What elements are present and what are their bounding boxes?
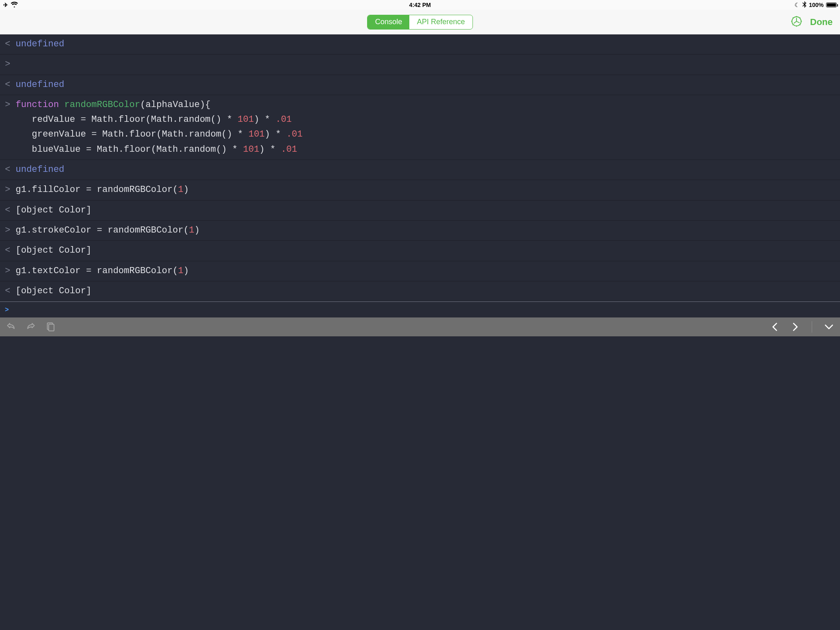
console-output-line: <[object Color] xyxy=(0,241,840,261)
console-input-line: >g1.strokeColor = randomRGBColor(1) xyxy=(0,221,840,241)
airplane-icon: ✈ xyxy=(3,2,8,8)
console-input-line: >g1.fillColor = randomRGBColor(1) xyxy=(0,180,840,200)
console-output-line: <undefined xyxy=(0,75,840,95)
mode-segmented: Console API Reference xyxy=(367,15,472,30)
tab-api-reference[interactable]: API Reference xyxy=(409,15,472,29)
console-output-line: <undefined xyxy=(0,34,840,55)
tab-console[interactable]: Console xyxy=(368,15,409,29)
console-output-line: <undefined xyxy=(0,160,840,180)
redo-button[interactable] xyxy=(25,322,36,332)
toolbar: Console API Reference Done xyxy=(0,10,840,34)
wifi-icon xyxy=(11,2,18,9)
prompt-arrow: > xyxy=(5,306,16,313)
moon-icon: ☾ xyxy=(794,2,800,8)
status-bar: ✈ 4:42 PM ☾ 100% xyxy=(0,0,840,10)
gear-icon[interactable] xyxy=(790,15,803,29)
console-input-line: > xyxy=(0,55,840,75)
dismiss-keyboard-button[interactable] xyxy=(824,322,834,332)
svg-rect-2 xyxy=(49,324,54,331)
console[interactable]: <undefined><undefined>function randomRGB… xyxy=(0,34,840,301)
console-input-row: > xyxy=(0,301,840,317)
console-output-line: <[object Color] xyxy=(0,281,840,301)
history-prev-button[interactable] xyxy=(770,322,781,332)
battery-icon xyxy=(826,2,837,7)
done-button[interactable]: Done xyxy=(810,17,833,27)
battery-percent: 100% xyxy=(809,2,824,8)
console-input[interactable] xyxy=(16,306,835,313)
bluetooth-icon xyxy=(802,1,806,9)
console-output-line: <[object Color] xyxy=(0,201,840,221)
console-input-line: >g1.textColor = randomRGBColor(1) xyxy=(0,261,840,281)
undo-button[interactable] xyxy=(6,322,16,332)
copy-button[interactable] xyxy=(45,322,56,332)
console-input-line: >function randomRGBColor(alphaValue){ re… xyxy=(0,95,840,160)
keyboard-accessory xyxy=(0,317,840,336)
history-next-button[interactable] xyxy=(790,322,800,332)
clock: 4:42 PM xyxy=(409,2,431,8)
separator xyxy=(812,321,812,333)
